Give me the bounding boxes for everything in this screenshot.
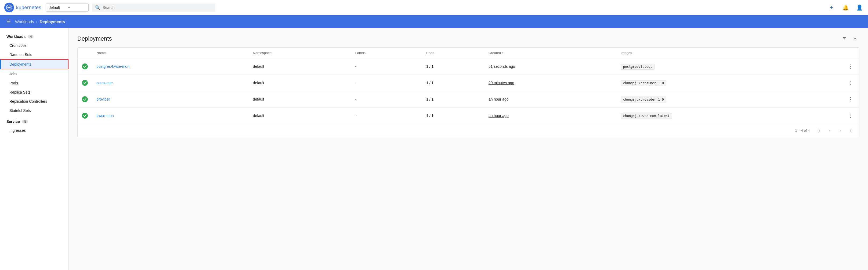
pagination-last-button[interactable]: ⟩⟩ — [847, 127, 855, 134]
search-icon: 🔍 — [95, 5, 100, 10]
sidebar-section-service-label: Service — [6, 119, 20, 124]
namespace-value: default — [49, 5, 66, 10]
collapse-icon[interactable] — [851, 34, 859, 43]
more-button-0[interactable]: ⋮ — [846, 62, 855, 71]
search-input[interactable] — [102, 5, 212, 10]
menu-icon[interactable]: ☰ — [6, 19, 11, 25]
page-title: Deployments — [78, 35, 112, 42]
col-pods[interactable]: Pods — [422, 48, 484, 58]
user-account-button[interactable]: 👤 — [855, 3, 864, 12]
deployment-link-1[interactable]: consumer — [96, 81, 113, 85]
dropdown-arrow-icon: ▾ — [68, 6, 86, 9]
table-row: consumer default - 1 / 1 29 minutes ago … — [78, 75, 859, 91]
brand[interactable]: kubernetes — [4, 3, 41, 12]
more-button-2[interactable]: ⋮ — [846, 95, 855, 104]
created-timestamp-3[interactable]: an hour ago — [489, 113, 509, 118]
created-timestamp-1[interactable]: 29 minutes ago — [489, 81, 514, 85]
table-row: provider default - 1 / 1 an hour ago chu… — [78, 91, 859, 108]
content-area: Deployments — [69, 28, 868, 270]
deployment-link-3[interactable]: bwce-mon — [96, 113, 114, 118]
sidebar-service-badge: N — [22, 120, 28, 124]
col-namespace[interactable]: Namespace — [249, 48, 351, 58]
pagination-first-button[interactable]: ⟨⟨ — [815, 127, 823, 134]
page-title-row: Deployments — [78, 34, 859, 43]
row-created-2: an hour ago — [484, 91, 616, 108]
row-namespace-3: default — [249, 108, 351, 124]
row-more-3[interactable]: ⋮ — [842, 108, 859, 124]
row-name-1[interactable]: consumer — [92, 75, 249, 91]
image-badge-2: chungsju/provider:1.0 — [621, 97, 666, 103]
deployment-link-0[interactable]: postgres-bwce-mon — [96, 64, 129, 69]
sidebar-item-cron-jobs[interactable]: Cron Jobs — [0, 41, 68, 50]
breadcrumb-parent[interactable]: Workloads — [15, 19, 34, 24]
sidebar-item-ingresses[interactable]: Ingresses — [0, 126, 68, 135]
row-labels-0: - — [351, 58, 422, 75]
image-badge-3: chungsju/bwce-mon:latest — [621, 113, 672, 119]
filter-icon[interactable] — [840, 34, 849, 43]
notifications-button[interactable]: 🔔 — [841, 3, 850, 12]
sidebar-item-pods[interactable]: Pods — [0, 79, 68, 88]
image-badge-0: postgres:latest — [621, 64, 654, 70]
row-created-0: 51 seconds ago — [484, 58, 616, 75]
breadcrumb-current: Deployments — [40, 19, 65, 24]
row-image-1: chungsju/consumer:1.0 — [616, 75, 842, 91]
row-more-0[interactable]: ⋮ — [842, 58, 859, 75]
sidebar: Workloads N Cron Jobs Daemon Sets Deploy… — [0, 28, 69, 270]
row-pods-1: 1 / 1 — [422, 75, 484, 91]
main-layout: Workloads N Cron Jobs Daemon Sets Deploy… — [0, 28, 868, 270]
sidebar-item-daemon-sets[interactable]: Daemon Sets — [0, 50, 68, 59]
sidebar-section-service[interactable]: Service N — [0, 117, 68, 126]
breadcrumb-separator: › — [36, 19, 38, 24]
row-pods-2: 1 / 1 — [422, 91, 484, 108]
row-more-2[interactable]: ⋮ — [842, 91, 859, 108]
navbar: kubernetes default ▾ 🔍 + 🔔 👤 — [0, 0, 868, 15]
row-image-3: chungsju/bwce-mon:latest — [616, 108, 842, 124]
brand-name: kubernetes — [16, 5, 41, 10]
row-image-0: postgres:latest — [616, 58, 842, 75]
search-bar[interactable]: 🔍 — [92, 3, 215, 12]
row-pods-0: 1 / 1 — [422, 58, 484, 75]
sidebar-item-replica-sets[interactable]: Replica Sets — [0, 88, 68, 97]
sidebar-section-workloads-label: Workloads — [6, 34, 26, 39]
logo-icon — [4, 3, 14, 12]
row-labels-2: - — [351, 91, 422, 108]
pagination-row: 1 – 4 of 4 ⟨⟨ ‹ › ⟩⟩ — [78, 124, 859, 137]
table-row: bwce-mon default - 1 / 1 an hour ago chu… — [78, 108, 859, 124]
row-status-3 — [78, 108, 92, 124]
col-status — [78, 48, 92, 58]
row-labels-3: - — [351, 108, 422, 124]
namespace-selector[interactable]: default ▾ — [45, 3, 89, 11]
deployments-table-container: Name Namespace Labels Pods Created ↑ — [78, 47, 859, 137]
row-status-1 — [78, 75, 92, 91]
col-created[interactable]: Created ↑ — [484, 48, 616, 58]
row-name-0[interactable]: postgres-bwce-mon — [92, 58, 249, 75]
col-name[interactable]: Name — [92, 48, 249, 58]
pagination-prev-button[interactable]: ‹ — [826, 127, 833, 134]
row-name-2[interactable]: provider — [92, 91, 249, 108]
sidebar-workloads-badge: N — [28, 35, 34, 38]
row-created-3: an hour ago — [484, 108, 616, 124]
row-name-3[interactable]: bwce-mon — [92, 108, 249, 124]
sidebar-item-replication-controllers[interactable]: Replication Controllers — [0, 97, 68, 106]
created-timestamp-0[interactable]: 51 seconds ago — [489, 64, 515, 69]
sidebar-item-jobs[interactable]: Jobs — [0, 70, 68, 79]
more-button-3[interactable]: ⋮ — [846, 111, 855, 120]
created-timestamp-2[interactable]: an hour ago — [489, 97, 509, 101]
navbar-actions: + 🔔 👤 — [827, 3, 864, 12]
row-more-1[interactable]: ⋮ — [842, 75, 859, 91]
row-created-1: 29 minutes ago — [484, 75, 616, 91]
pagination-next-button[interactable]: › — [837, 127, 844, 134]
table-row: postgres-bwce-mon default - 1 / 1 51 sec… — [78, 58, 859, 75]
table-header-row: Name Namespace Labels Pods Created ↑ — [78, 48, 859, 58]
add-button[interactable]: + — [827, 3, 836, 12]
col-labels[interactable]: Labels — [351, 48, 422, 58]
breadcrumb-bar: ☰ Workloads › Deployments — [0, 15, 868, 28]
sidebar-item-deployments[interactable]: Deployments — [0, 59, 68, 70]
sidebar-item-stateful-sets[interactable]: Stateful Sets — [0, 106, 68, 115]
col-images[interactable]: Images — [616, 48, 842, 58]
sidebar-section-workloads[interactable]: Workloads N — [0, 32, 68, 41]
title-actions — [840, 34, 859, 43]
deployment-link-2[interactable]: provider — [96, 97, 110, 101]
more-button-1[interactable]: ⋮ — [846, 79, 855, 87]
row-pods-3: 1 / 1 — [422, 108, 484, 124]
